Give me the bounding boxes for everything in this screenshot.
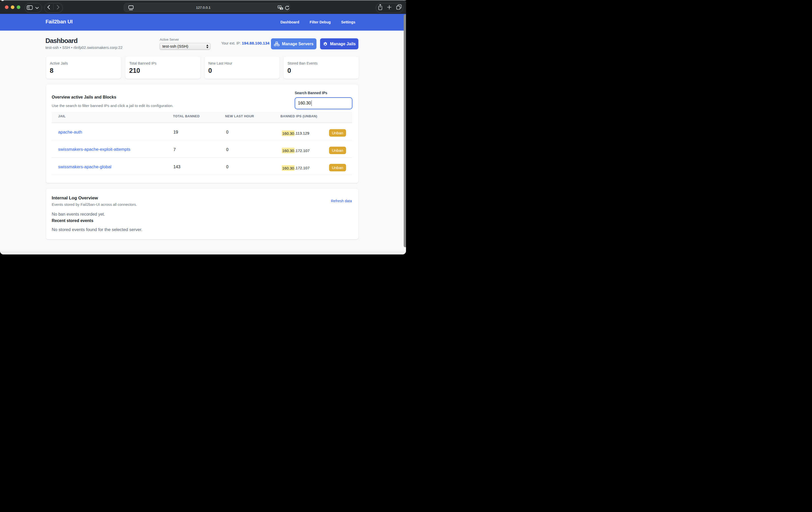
svg-text:文: 文	[281, 7, 283, 10]
